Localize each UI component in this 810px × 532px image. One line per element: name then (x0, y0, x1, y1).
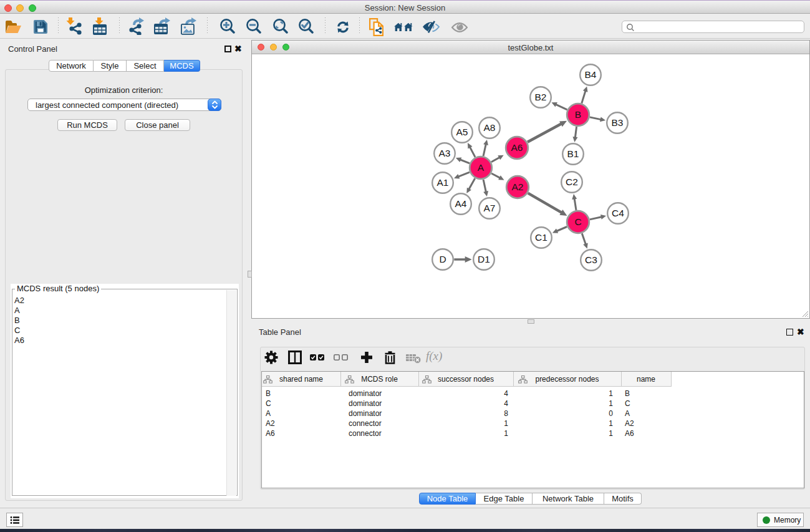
svg-text:A1: A1 (437, 177, 449, 188)
svg-text:A6: A6 (511, 142, 523, 153)
svg-text:A5: A5 (456, 127, 468, 137)
svg-text:B2: B2 (535, 92, 547, 102)
svg-text:C3: C3 (585, 254, 597, 265)
svg-text:B: B (575, 109, 581, 120)
svg-text:A2: A2 (512, 181, 524, 192)
svg-text:C2: C2 (566, 177, 578, 187)
svg-text:C1: C1 (535, 232, 547, 243)
svg-text:B1: B1 (567, 148, 579, 159)
svg-text:D1: D1 (478, 254, 490, 264)
svg-text:A4: A4 (455, 198, 467, 209)
svg-text:C: C (574, 216, 581, 227)
svg-text:A3: A3 (439, 148, 451, 158)
svg-text:A7: A7 (484, 203, 496, 213)
svg-text:B4: B4 (585, 69, 597, 80)
svg-text:D: D (439, 254, 446, 264)
svg-text:A8: A8 (484, 122, 496, 133)
svg-text:C4: C4 (612, 208, 624, 218)
svg-text:B3: B3 (612, 117, 624, 128)
svg-text:A: A (478, 162, 485, 173)
